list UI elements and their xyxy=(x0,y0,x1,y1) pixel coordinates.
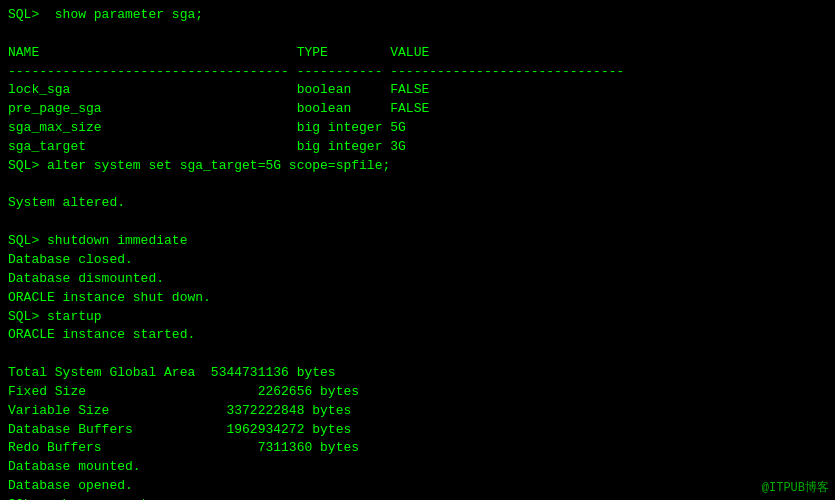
terminal-line: Fixed Size 2262656 bytes xyxy=(8,383,827,402)
terminal-window: SQL> show parameter sga; NAME TYPE VALUE… xyxy=(0,0,835,500)
terminal-line xyxy=(8,25,827,44)
terminal-line: Database opened. xyxy=(8,477,827,496)
terminal-line: Database closed. xyxy=(8,251,827,270)
terminal-line xyxy=(8,176,827,195)
terminal-line: Redo Buffers 7311360 bytes xyxy=(8,439,827,458)
terminal-line: System altered. xyxy=(8,194,827,213)
terminal-line: pre_page_sga boolean FALSE xyxy=(8,100,827,119)
terminal-line: Total System Global Area 5344731136 byte… xyxy=(8,364,827,383)
terminal-line: ------------------------------------ ---… xyxy=(8,63,827,82)
terminal-line: SQL> show parameter sga; xyxy=(8,6,827,25)
terminal-line: ORACLE instance shut down. xyxy=(8,289,827,308)
terminal-line: ORACLE instance started. xyxy=(8,326,827,345)
terminal-output: SQL> show parameter sga; NAME TYPE VALUE… xyxy=(8,6,827,500)
terminal-line: SQL> shutdown immediate xyxy=(8,232,827,251)
terminal-line: Database dismounted. xyxy=(8,270,827,289)
terminal-line: Database mounted. xyxy=(8,458,827,477)
terminal-line xyxy=(8,345,827,364)
terminal-line: NAME TYPE VALUE xyxy=(8,44,827,63)
watermark: @ITPUB博客 xyxy=(762,479,829,496)
terminal-line: SQL> startup xyxy=(8,308,827,327)
terminal-line xyxy=(8,213,827,232)
terminal-line: lock_sga boolean FALSE xyxy=(8,81,827,100)
terminal-line: sga_target big integer 3G xyxy=(8,138,827,157)
terminal-line: Variable Size 3372222848 bytes xyxy=(8,402,827,421)
terminal-line: SQL> show parameter sga; xyxy=(8,496,827,500)
terminal-line: Database Buffers 1962934272 bytes xyxy=(8,421,827,440)
terminal-line: SQL> alter system set sga_target=5G scop… xyxy=(8,157,827,176)
terminal-line: sga_max_size big integer 5G xyxy=(8,119,827,138)
